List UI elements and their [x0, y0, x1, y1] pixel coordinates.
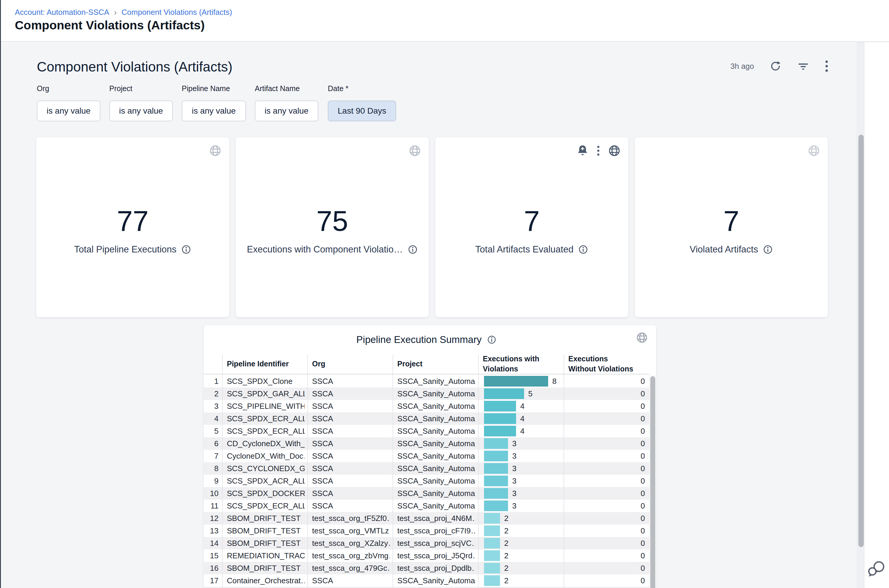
table-row[interactable]: 3SCS_PIPELINE_WITH…SSCASSCA_Sanity_Autom… — [204, 400, 649, 412]
info-icon[interactable] — [181, 244, 191, 255]
row-index: 1 — [204, 375, 218, 387]
table-row[interactable]: 16SBOM_DRIFT_TESTtest_ssca_org_479Gc…tes… — [204, 562, 649, 574]
filter-pipeline-name-label: Pipeline Name — [182, 84, 246, 93]
filter-project-value[interactable]: is any value — [109, 100, 173, 122]
pipeline-identifier-cell: SCS_SPDX_Clone — [227, 375, 305, 387]
table-row[interactable]: 15REMEDIATION_TRAC…test_ssca_org_zbVmg…t… — [204, 549, 649, 562]
filter-artifact-name: Artifact Name is any value — [255, 84, 318, 122]
table-row[interactable]: 9SCS_SPDX_ACR_ALL…SSCASSCA_Sanity_Automa… — [204, 475, 649, 487]
violations-count: 2 — [504, 562, 508, 574]
filter-org: Org is any value — [37, 84, 100, 122]
info-icon[interactable] — [487, 335, 496, 344]
org-cell: SSCA — [312, 425, 390, 437]
column-header-org[interactable]: Org — [312, 353, 389, 374]
last-refreshed-label: 3h ago — [730, 62, 754, 71]
without-violations-count: 0 — [564, 450, 645, 462]
violations-count: 5 — [528, 387, 532, 400]
violations-count: 3 — [512, 437, 516, 450]
refresh-button[interactable] — [770, 60, 782, 72]
filter-pipeline-name-value[interactable]: is any value — [182, 100, 246, 122]
without-violations-count: 0 — [564, 537, 645, 549]
table-row[interactable]: 10SCS_SPDX_DOCKER_…SSCASSCA_Sanity_Autom… — [204, 487, 649, 500]
row-index: 7 — [204, 450, 218, 462]
without-violations-count: 0 — [564, 475, 645, 487]
project-cell: SSCA_Sanity_Automa… — [397, 387, 475, 400]
right-margin — [865, 43, 889, 588]
pipeline-identifier-cell: SCS_SPDX_ECR_ALL_… — [227, 425, 305, 437]
org-cell: test_ssca_org_VMTLz… — [312, 525, 390, 537]
filter-org-label: Org — [37, 84, 100, 93]
table-row[interactable]: 13SBOM_DRIFT_TESTtest_ssca_org_VMTLz…tes… — [204, 525, 649, 537]
filter-artifact-name-label: Artifact Name — [255, 84, 318, 93]
org-cell: SSCA — [312, 412, 390, 425]
column-header-executions-without-violations[interactable]: Executions Without Violations — [568, 353, 636, 374]
globe-icon[interactable] — [808, 144, 820, 157]
row-index: 15 — [204, 549, 218, 562]
table-row[interactable]: 8SCS_CYCLONEDX_GA…SSCASSCA_Sanity_Automa… — [204, 462, 649, 475]
org-cell: test_ssca_org_479Gc… — [312, 562, 390, 574]
filter-date-value[interactable]: Last 90 Days — [328, 100, 396, 122]
row-index: 12 — [204, 512, 218, 525]
table-row[interactable]: 11SCS_SPDX_ECR_ALL_…SSCASSCA_Sanity_Auto… — [204, 500, 649, 512]
without-violations-count: 0 — [564, 412, 645, 425]
violations-bar — [484, 463, 508, 474]
card-executions-with-violations: 75 Executions with Component Violatio… — [236, 137, 429, 317]
project-cell: SSCA_Sanity_Automa… — [397, 450, 475, 462]
pipeline-identifier-cell: SCS_CYCLONEDX_GA… — [227, 462, 305, 475]
globe-icon[interactable] — [636, 332, 648, 344]
without-violations-count: 0 — [564, 462, 645, 475]
table-row[interactable]: 1SCS_SPDX_CloneSSCASSCA_Sanity_Automa…80 — [204, 375, 649, 387]
table-row[interactable]: 14SBOM_DRIFT_TESTtest_ssca_org_XZalzy…te… — [204, 537, 649, 549]
globe-icon[interactable] — [209, 144, 221, 157]
column-header-project[interactable]: Project — [397, 353, 474, 374]
globe-icon[interactable] — [409, 144, 421, 157]
table-row[interactable]: 2SCS_SPDX_GAR_ALL…SSCASSCA_Sanity_Automa… — [204, 387, 649, 400]
breadcrumb-page-link[interactable]: Component Violations (Artifacts) — [122, 8, 232, 17]
stat-label: Total Artifacts Evaluated — [475, 244, 574, 255]
table-row[interactable]: 7CycloneDX_With_Doc…SSCASSCA_Sanity_Auto… — [204, 450, 649, 462]
dashboard-menu-button[interactable] — [825, 60, 829, 72]
filter-project: Project is any value — [109, 84, 173, 122]
table-row[interactable]: 4SCS_SPDX_ECR_ALL_…SSCASSCA_Sanity_Autom… — [204, 412, 649, 425]
info-icon[interactable] — [578, 244, 588, 255]
row-index: 14 — [204, 537, 218, 549]
violations-bar — [484, 451, 508, 461]
card-total-artifacts-evaluated: 7 Total Artifacts Evaluated — [435, 137, 628, 317]
violations-bar — [484, 438, 508, 449]
table-row[interactable]: 6CD_CycloneDX_With_…SSCASSCA_Sanity_Auto… — [204, 437, 649, 450]
left-edge-divider — [0, 0, 1, 588]
org-cell: SSCA — [312, 400, 390, 412]
table-row[interactable] — [204, 587, 649, 588]
filter-org-value[interactable]: is any value — [37, 100, 100, 122]
info-icon[interactable] — [763, 244, 773, 255]
table-row[interactable]: 5SCS_SPDX_ECR_ALL_…SSCASSCA_Sanity_Autom… — [204, 425, 649, 437]
row-index: 10 — [204, 487, 218, 500]
table-row[interactable]: 17Container_Orchestrat…SSCASSCA_Sanity_A… — [204, 574, 649, 587]
chat-bubbles-icon — [867, 560, 887, 579]
pipeline-identifier-cell: CycloneDX_With_Doc… — [227, 450, 305, 462]
table-scrollbar-thumb[interactable] — [650, 376, 655, 588]
app-root: Account: Automation-SSCA › Component Vio… — [0, 0, 889, 588]
column-header-executions-with-violations[interactable]: Executions with Violations — [483, 353, 545, 374]
violations-count: 3 — [512, 487, 516, 500]
info-icon[interactable] — [408, 244, 418, 255]
violations-count: 8 — [552, 375, 557, 387]
row-index: 13 — [204, 525, 218, 537]
table-row[interactable]: 12SBOM_DRIFT_TESTtest_ssca_org_tF5Zf0…te… — [204, 512, 649, 525]
column-header-pipeline-identifier[interactable]: Pipeline Identifier — [227, 353, 304, 374]
breadcrumb-account-link[interactable]: Account: Automation-SSCA — [15, 8, 109, 17]
tile-menu-icon[interactable] — [597, 146, 600, 156]
filter-artifact-name-value[interactable]: is any value — [255, 100, 318, 122]
without-violations-count: 0 — [564, 400, 645, 412]
alert-bell-icon[interactable] — [577, 144, 588, 157]
org-cell: SSCA — [312, 475, 390, 487]
page-scrollbar-thumb[interactable] — [859, 135, 864, 547]
violations-bar — [484, 401, 516, 411]
support-chat-button[interactable] — [867, 560, 887, 579]
kebab-menu-icon — [825, 60, 829, 72]
globe-icon[interactable] — [608, 144, 621, 157]
stat-value: 7 — [635, 206, 828, 236]
project-cell: SSCA_Sanity_Automa… — [397, 462, 475, 475]
without-violations-count: 0 — [564, 549, 645, 562]
filter-button[interactable] — [797, 60, 809, 72]
